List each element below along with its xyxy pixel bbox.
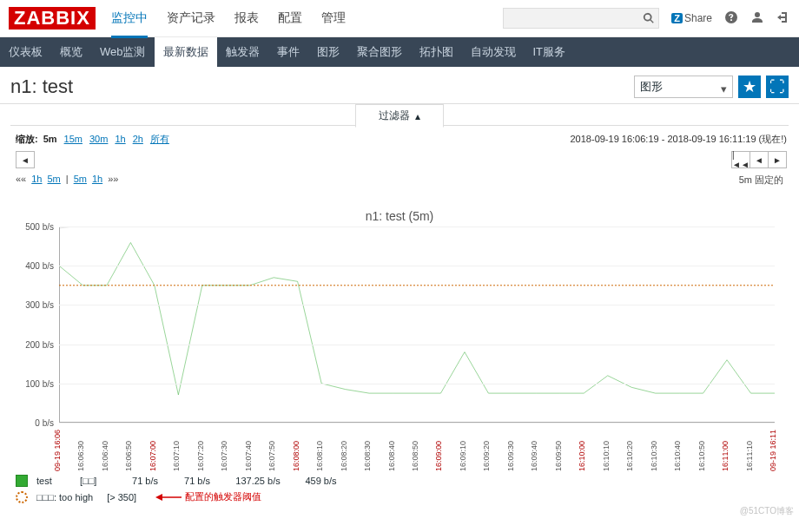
filter-toggle[interactable]: 过滤器 ▴	[355, 104, 444, 128]
legend-series-name: test	[36, 476, 71, 486]
x-tick-label: 16:06:30	[76, 441, 85, 471]
favorite-button[interactable]: ★	[738, 76, 761, 98]
x-tick-label: 16:09:30	[506, 441, 515, 471]
x-tick-label: 09-19 16:06	[53, 430, 62, 471]
x-tick-label: 16:11:10	[745, 441, 754, 471]
subnav-item[interactable]: IT服务	[533, 44, 566, 60]
search-icon	[643, 12, 655, 24]
y-tick-label: 500 b/s	[25, 222, 54, 232]
x-tick-label: 16:07:50	[267, 441, 276, 471]
legend: test [□□] 71 b/s 71 b/s 137.25 b/s 459 b…	[16, 475, 783, 503]
x-tick-label: 16:10:50	[697, 441, 706, 471]
topnav-item[interactable]: 监控中	[111, 10, 148, 38]
subnav-item[interactable]: 事件	[277, 44, 300, 60]
x-tick-label: 16:06:40	[101, 441, 109, 471]
x-tick-label: 16:07:30	[220, 441, 228, 471]
x-tick-label: 16:09:40	[530, 441, 538, 471]
shift-link: |	[66, 174, 69, 184]
sub-nav: 仪表板概览Web监测最新数据触发器事件图形聚合图形拓扑图自动发现IT服务	[0, 37, 799, 67]
y-tick-label: 200 b/s	[25, 339, 54, 349]
chart-area: n1: test (5m) 0 b/s100 b/s200 b/s300 b/s…	[16, 204, 783, 471]
subnav-item[interactable]: 最新数据	[155, 37, 217, 67]
fixed-label: 5m 固定的	[739, 174, 783, 187]
fullscreen-button[interactable]: ⛶	[766, 76, 789, 98]
zoom-option[interactable]: 2h	[133, 134, 143, 144]
topnav-item[interactable]: 管理	[321, 10, 346, 26]
subnav-item[interactable]: 自动发现	[471, 44, 516, 60]
logout-icon[interactable]	[776, 10, 790, 27]
x-tick-label: 16:08:20	[340, 441, 348, 471]
x-tick-label: 16:09:00	[434, 441, 443, 471]
y-tick-label: 300 b/s	[25, 300, 54, 310]
x-tick-label: 16:07:20	[196, 441, 205, 471]
time-range: 2018-09-19 16:06:19 - 2018-09-19 16:11:1…	[571, 133, 788, 146]
x-tick-label: 16:09:50	[554, 441, 563, 471]
footer-text: □□□□ history. □□□ 0.05	[715, 518, 794, 519]
x-tick-label: 16:07:40	[244, 441, 253, 471]
nav-back-button[interactable]: ◄	[750, 151, 769, 168]
x-tick-label: 16:06:50	[124, 441, 133, 471]
y-tick-label: 0 b/s	[35, 418, 54, 428]
x-tick-label: 16:09:10	[459, 441, 467, 471]
x-tick-label: 16:09:20	[482, 441, 491, 471]
trigger-swatch	[16, 491, 28, 503]
zoom-option[interactable]: 30m	[89, 134, 108, 144]
x-tick-label: 16:10:20	[625, 441, 634, 471]
subnav-item[interactable]: 仪表板	[9, 44, 43, 60]
shift-link[interactable]: ««	[16, 174, 26, 184]
shift-link[interactable]: 1h	[31, 174, 42, 184]
shift-row: ««1h5m|5m1h»» 5m 固定的	[0, 172, 799, 195]
x-tick-label: 16:07:00	[149, 441, 157, 471]
zoom-bar: 缩放: 5m15m30m1h2h所有 2018-09-19 16:06:19 -…	[0, 126, 799, 149]
legend-trigger-name: □□□: too high	[36, 492, 93, 502]
x-tick-label: 16:10:00	[578, 441, 586, 471]
x-tick-label: 16:08:40	[387, 441, 396, 471]
share-button[interactable]: ZShare	[671, 12, 712, 24]
x-tick-label: 09-19 16:11	[769, 430, 777, 471]
shift-link[interactable]: 5m	[74, 174, 87, 184]
y-tick-label: 400 b/s	[25, 261, 54, 271]
zoom-option[interactable]: 1h	[115, 134, 125, 144]
x-tick-label: 16:08:10	[315, 441, 324, 471]
nav-next-button[interactable]: ►	[769, 151, 787, 168]
view-select[interactable]: 图形	[634, 76, 733, 98]
x-tick-label: 16:08:30	[363, 441, 372, 471]
page-title: n1: test	[10, 76, 73, 98]
x-tick-label: 16:08:00	[292, 441, 300, 471]
logo: ZABBIX	[9, 7, 96, 30]
top-nav: 监控中资产记录报表配置管理	[111, 0, 346, 36]
trigger-annotation: 配置的触发器阈值	[155, 490, 261, 503]
chevron-up-icon: ▴	[415, 110, 420, 122]
svg-marker-2	[155, 494, 162, 501]
nav-prev-button[interactable]: ◄	[16, 151, 35, 168]
search-input[interactable]	[503, 8, 659, 29]
zoom-option[interactable]: 5m	[43, 134, 57, 144]
chart-title: n1: test (5m)	[16, 204, 783, 227]
x-tick-label: 16:08:50	[411, 441, 419, 471]
topnav-item[interactable]: 资产记录	[167, 10, 215, 26]
subnav-item[interactable]: Web监测	[100, 44, 146, 60]
shift-link[interactable]: 5m	[48, 174, 61, 184]
nav-first-button[interactable]: |◄◄	[731, 151, 750, 168]
x-tick-label: 16:10:30	[650, 441, 658, 471]
zoom-label: 缩放:	[16, 133, 38, 146]
subnav-item[interactable]: 概览	[60, 44, 83, 60]
arrow-icon	[155, 493, 182, 502]
shift-link[interactable]: »»	[108, 174, 118, 184]
subnav-item[interactable]: 聚合图形	[357, 44, 402, 60]
y-tick-label: 100 b/s	[25, 378, 54, 388]
topnav-item[interactable]: 报表	[234, 10, 259, 26]
x-tick-label: 16:11:00	[721, 441, 730, 471]
zoom-option[interactable]: 所有	[150, 134, 169, 144]
help-icon[interactable]	[724, 10, 738, 27]
subnav-item[interactable]: 触发器	[226, 44, 260, 60]
topnav-item[interactable]: 配置	[278, 10, 302, 26]
user-icon[interactable]	[750, 10, 764, 27]
zoom-option[interactable]: 15m	[64, 134, 83, 144]
watermark: @51CTO博客	[740, 505, 794, 517]
x-tick-label: 16:10:40	[673, 441, 682, 471]
subnav-item[interactable]: 图形	[317, 44, 340, 60]
subnav-item[interactable]: 拓扑图	[419, 44, 453, 60]
shift-link[interactable]: 1h	[92, 174, 102, 184]
x-tick-label: 16:07:10	[172, 441, 181, 471]
